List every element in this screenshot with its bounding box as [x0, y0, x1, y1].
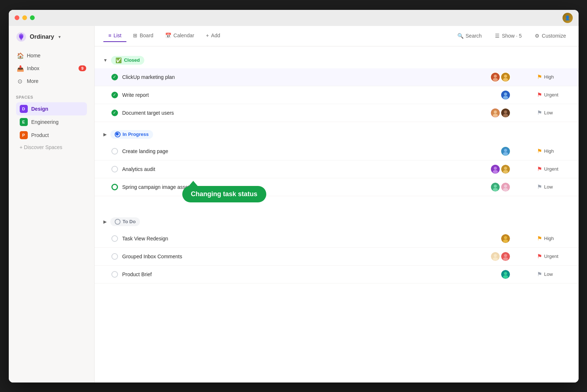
task-checkbox[interactable]	[111, 184, 118, 190]
traffic-lights	[15, 15, 35, 20]
task-name: Analytics audit	[122, 166, 486, 172]
svg-point-31	[503, 188, 508, 191]
task-checkbox[interactable]	[111, 235, 118, 242]
sidebar-item-engineering[interactable]: E Engineering	[16, 115, 87, 129]
svg-point-9	[504, 92, 507, 96]
priority-flag-icon: ⚑	[537, 73, 542, 80]
closed-label: Closed	[124, 57, 140, 63]
closed-check-icon: ✅	[115, 57, 122, 63]
close-button[interactable]	[15, 15, 19, 20]
design-label: Design	[31, 106, 49, 112]
calendar-icon: 📅	[165, 33, 171, 38]
section-header-todo[interactable]: ▶ To Do	[95, 214, 579, 230]
list-icon: ≡	[108, 33, 111, 38]
discover-spaces-button[interactable]: + Discover Spaces	[16, 142, 87, 153]
spaces-label: Spaces	[16, 95, 87, 99]
sidebar-item-more[interactable]: ⊙ More	[13, 75, 90, 88]
tab-calendar[interactable]: 📅 Calendar	[160, 30, 199, 42]
avatar	[500, 90, 511, 100]
show-button[interactable]: ☰ Show · 5	[491, 31, 525, 41]
user-avatar[interactable]: 👤	[563, 13, 573, 23]
svg-point-30	[504, 184, 507, 188]
task-checkbox[interactable]: ✓	[111, 92, 118, 98]
task-avatars	[490, 108, 511, 118]
customize-icon: ⚙	[535, 33, 540, 39]
task-avatars	[490, 164, 511, 174]
task-name: Create landing page	[122, 148, 496, 154]
avatar	[500, 72, 511, 82]
priority-label: Urgent	[544, 166, 559, 172]
priority-label: High	[544, 74, 554, 80]
task-checkbox[interactable]: ✓	[111, 110, 118, 116]
table-row[interactable]: ⠿ Analytics audit ⚑ Urgent	[95, 160, 579, 178]
task-name: Spring campaign image assets	[122, 184, 486, 190]
table-row[interactable]: ⠿ Grouped Inbox Comments ⚑ Urgent	[95, 248, 579, 266]
customize-label: Customize	[542, 33, 566, 39]
avatar	[490, 108, 500, 118]
avatar	[500, 269, 511, 279]
sidebar-item-inbox-label: Inbox	[27, 65, 39, 71]
inbox-badge: 9	[79, 65, 86, 71]
tab-add[interactable]: + Add	[201, 30, 225, 42]
task-checkbox[interactable]	[111, 166, 118, 172]
priority-label: Low	[544, 110, 553, 115]
table-row[interactable]: ⠿ ✓ ClickUp marketing plan ⚑ High	[95, 68, 579, 86]
customize-button[interactable]: ⚙ Customize	[531, 31, 569, 41]
maximize-button[interactable]	[30, 15, 35, 20]
svg-point-22	[493, 170, 498, 173]
closed-chevron: ▼	[103, 58, 108, 63]
sidebar: Ordinary ▾ 🏠 Home 📥 Inbox 9 ⊙ More	[9, 26, 95, 383]
task-priority: ⚑ Urgent	[537, 253, 570, 260]
task-priority: ⚑ Low	[537, 271, 570, 278]
sidebar-item-product[interactable]: P Product	[16, 129, 87, 142]
task-priority: ⚑ High	[537, 235, 570, 242]
task-name: ClickUp marketing plan	[122, 74, 486, 80]
priority-label: Urgent	[544, 92, 559, 98]
discover-spaces-label: + Discover Spaces	[20, 144, 62, 150]
section-header-closed[interactable]: ▼ ✅ Closed	[95, 52, 579, 68]
task-checkbox[interactable]: ✓	[111, 74, 118, 80]
avatar	[490, 182, 500, 192]
task-checkbox[interactable]	[111, 148, 118, 155]
table-row[interactable]: ⠿ Product Brief ⚑ Low	[95, 266, 579, 283]
sidebar-item-inbox[interactable]: 📥 Inbox 9	[13, 62, 90, 75]
minimize-button[interactable]	[22, 15, 27, 20]
task-checkbox[interactable]	[111, 271, 118, 278]
svg-point-43	[503, 275, 508, 278]
app-window: 👤 Ordinary ▾ 🏠 Home 📥 In	[9, 10, 579, 383]
task-avatars	[500, 90, 511, 100]
titlebar: 👤	[9, 10, 579, 26]
search-button[interactable]: 🔍 Search	[454, 31, 485, 41]
avatar	[500, 233, 511, 244]
svg-point-10	[503, 96, 508, 99]
engineering-icon: E	[20, 118, 28, 126]
tab-list[interactable]: ≡ List	[103, 30, 127, 42]
task-checkbox[interactable]	[111, 253, 118, 260]
priority-flag-icon: ⚑	[537, 271, 542, 278]
table-row[interactable]: ⠿ Task View Redesign ⚑ High	[95, 230, 579, 248]
task-priority: ⚑ Urgent	[537, 91, 570, 98]
inprogress-chevron: ▶	[103, 132, 107, 137]
task-priority: ⚑ High	[537, 148, 570, 155]
brand[interactable]: Ordinary ▾	[9, 26, 94, 48]
task-avatars	[500, 233, 511, 244]
priority-label: High	[544, 236, 554, 241]
svg-point-16	[503, 114, 508, 117]
task-name: Document target users	[122, 110, 486, 116]
sidebar-item-design[interactable]: D Design	[16, 102, 87, 115]
avatar	[500, 164, 511, 174]
table-row[interactable]: ⠿ Create landing page ⚑ High	[95, 142, 579, 160]
priority-flag-icon: ⚑	[537, 109, 542, 116]
task-priority: ⚑ Urgent	[537, 165, 570, 172]
tab-board[interactable]: ⊞ Board	[128, 30, 158, 42]
table-row[interactable]: ⠿ ✓ Document target users ⚑ Low	[95, 104, 579, 122]
section-header-inprogress[interactable]: ▶ In Progress	[95, 126, 579, 142]
table-row[interactable]: ⠿ ✓ Write report ⚑ Urgent	[95, 86, 579, 104]
task-avatars	[490, 182, 511, 192]
toolbar-right: 🔍 Search ☰ Show · 5 ⚙ Customize	[454, 31, 570, 41]
task-name: Task View Redesign	[122, 236, 496, 241]
sidebar-item-home[interactable]: 🏠 Home	[13, 49, 90, 62]
priority-flag-icon: ⚑	[537, 148, 542, 155]
svg-point-13	[493, 114, 498, 117]
table-row[interactable]: ⠿ Spring campaign image assets ⚑ Low	[95, 178, 579, 196]
